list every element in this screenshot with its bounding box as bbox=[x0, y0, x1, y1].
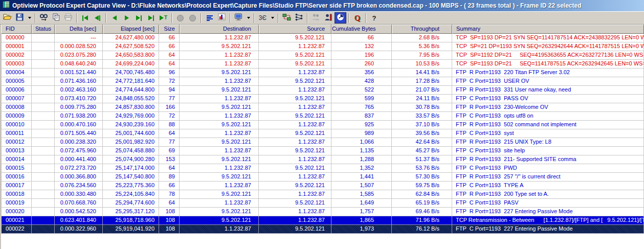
cell-source: 1.1.232.87 bbox=[259, 103, 331, 112]
stop-monitor-button[interactable] bbox=[187, 12, 198, 24]
table-row-000007[interactable]: 0000070.073.410.72024,848,055.520771.1.2… bbox=[1, 95, 644, 103]
goto-first-frame-button[interactable] bbox=[79, 12, 91, 24]
next-marked-button[interactable] bbox=[133, 12, 145, 24]
cell-source: 9.5.202.121 bbox=[259, 225, 331, 234]
sequence-view-button[interactable] bbox=[293, 12, 305, 24]
table-row-000021[interactable]: 0000210.623.401.84025,918,718.9601089.5.… bbox=[1, 216, 644, 225]
table-row-000013[interactable]: 0000130.072.475.96025,074,458.880691.1.2… bbox=[1, 147, 644, 155]
save-dropdown-button[interactable] bbox=[26, 12, 33, 24]
flow-view-button[interactable] bbox=[281, 12, 293, 24]
column-header-summary[interactable]: Summary bbox=[452, 25, 644, 34]
cell-throughput: 69.46 B/s bbox=[392, 208, 452, 216]
table-row-000000[interactable]: 000000---24,627,480.000661.1.232.879.5.2… bbox=[1, 34, 644, 42]
filter-dropdown-button[interactable] bbox=[269, 12, 276, 24]
toolbar-separator bbox=[76, 13, 77, 23]
table-row-000009[interactable]: 0000090.071.938.20024,929,769.000721.1.2… bbox=[1, 112, 644, 121]
table-row-000004[interactable]: 0000040.001.521.44024,700,745.480969.5.2… bbox=[1, 69, 644, 77]
cell-throughput: 57.30 B/s bbox=[392, 173, 452, 182]
expert-q-button[interactable]: Q bbox=[351, 12, 363, 24]
column-header-size[interactable]: Size bbox=[159, 25, 180, 34]
next-frame-button[interactable] bbox=[121, 12, 132, 24]
cell-fid: 000008 bbox=[1, 103, 32, 112]
cell-throughput: 30.78 B/s bbox=[392, 103, 452, 112]
monitor-dropdown-button[interactable] bbox=[245, 12, 252, 24]
cell-status bbox=[32, 69, 55, 77]
stop-capture-button[interactable] bbox=[174, 12, 186, 24]
column-header-cumulative[interactable]: Cumulative Bytes bbox=[331, 25, 392, 34]
timing-view-button[interactable] bbox=[335, 12, 346, 24]
cell-source: 9.5.202.121 bbox=[259, 164, 331, 173]
table-row-000010[interactable]: 0000100.000.470.16024,930,239.160889.5.2… bbox=[1, 121, 644, 129]
table-row-000003[interactable]: 0000030.048.640.24024,699,224.040641.1.2… bbox=[1, 60, 644, 69]
cell-status bbox=[32, 60, 55, 69]
table-row-000019[interactable]: 0000190.070.668.76025,294,774.600641.1.2… bbox=[1, 199, 644, 208]
column-header-source[interactable]: Source bbox=[259, 25, 331, 34]
table-row-000005[interactable]: 0000050.071.436.16024,772,181.640721.1.2… bbox=[1, 77, 644, 86]
cell-destination: 9.5.202.121 bbox=[180, 208, 259, 216]
cell-destination: 1.1.232.87 bbox=[180, 34, 259, 42]
cell-size: 69 bbox=[159, 147, 180, 155]
table-row-000001[interactable]: 0000010.000.028.52024,627,508.520669.5.2… bbox=[1, 42, 644, 51]
prev-frame-button[interactable] bbox=[108, 12, 120, 24]
goto-trigger-button[interactable]: T bbox=[158, 12, 169, 24]
help-button[interactable]: ? bbox=[368, 12, 380, 24]
find-binoculars-icon bbox=[39, 13, 49, 23]
save-button[interactable] bbox=[14, 12, 26, 24]
print-button[interactable] bbox=[62, 12, 74, 24]
frame-list-view-button[interactable] bbox=[204, 12, 215, 24]
copy-button[interactable] bbox=[50, 12, 62, 24]
goto-prev-marked-button[interactable] bbox=[92, 12, 103, 24]
monitor-view-button[interactable] bbox=[233, 12, 245, 24]
table-row-000022[interactable]: 0000220.000.322.96025,919,041.9201081.1.… bbox=[1, 225, 644, 234]
cell-size: 78 bbox=[159, 190, 180, 199]
column-header-throughput[interactable]: Throughput bbox=[392, 25, 452, 34]
capture-filter-button[interactable]: 3Є bbox=[257, 12, 269, 24]
cell-fid: 000001 bbox=[1, 42, 32, 51]
table-row-000006[interactable]: 0000060.002.463.16024,774,644.800949.5.2… bbox=[1, 86, 644, 95]
cell-size: 66 bbox=[159, 182, 180, 190]
column-header-fid[interactable]: FID bbox=[1, 25, 32, 34]
column-header-destination[interactable]: Destination bbox=[180, 25, 259, 34]
toolbar-separator bbox=[254, 13, 255, 23]
table-row-000015[interactable]: 0000150.072.273.72025,147,174.000641.1.2… bbox=[1, 164, 644, 173]
cell-delta: 0.071.436.160 bbox=[55, 77, 103, 86]
cell-summary: FTP C Port=1193 syst bbox=[452, 129, 644, 138]
find-button[interactable] bbox=[38, 12, 50, 24]
host-view-button[interactable] bbox=[322, 12, 334, 24]
cell-elapsed: 24,774,644.800 bbox=[103, 86, 159, 95]
table-row-000017[interactable]: 0000170.076.234.56025,223,775.360661.1.2… bbox=[1, 182, 644, 190]
table-row-000008[interactable]: 0000080.009.775.28024,857,830.8001669.5.… bbox=[1, 103, 644, 112]
column-header-status[interactable]: Status bbox=[32, 25, 55, 34]
cell-summary: FTP C Port=1193 opts utf8 on bbox=[452, 112, 644, 121]
cell-summary: FTP C Port=1193 PASV bbox=[452, 199, 644, 208]
cell-fid: 000007 bbox=[1, 95, 32, 103]
table-row-000018[interactable]: 0000180.000.330.48025,224,105.840789.5.2… bbox=[1, 190, 644, 199]
chart-view-button[interactable] bbox=[216, 12, 228, 24]
table-row-000012[interactable]: 0000120.000.238.32025,001,982.920779.5.2… bbox=[1, 138, 644, 147]
cell-delta: 0.076.234.560 bbox=[55, 182, 103, 190]
cell-status bbox=[32, 147, 55, 155]
cell-delta: 0.000.441.400 bbox=[55, 155, 103, 164]
open-capture-button[interactable] bbox=[2, 12, 13, 24]
cell-elapsed: 25,001,982.920 bbox=[103, 138, 159, 147]
column-header-elapsed[interactable]: Elapsed [sec] bbox=[103, 25, 159, 34]
table-row-000011[interactable]: 0000110.071.505.44025,001,744.600641.1.2… bbox=[1, 129, 644, 138]
cell-destination: 1.1.232.87 bbox=[180, 51, 259, 60]
table-row-000014[interactable]: 0000140.000.441.40025,074,900.2801539.5.… bbox=[1, 155, 644, 164]
cell-cumulative: 132 bbox=[331, 42, 392, 51]
cell-status bbox=[32, 225, 55, 234]
table-row-000002[interactable]: 0000020.023.075.28024,650,583.800641.1.2… bbox=[1, 51, 644, 60]
cell-fid: 000000 bbox=[1, 34, 32, 42]
goto-last-frame-button[interactable] bbox=[145, 12, 157, 24]
cell-status bbox=[32, 112, 55, 121]
flow-retransmit-icon bbox=[282, 13, 291, 23]
table-row-000016[interactable]: 0000160.000.366.80025,147,540.800899.5.2… bbox=[1, 173, 644, 182]
cell-fid: 000006 bbox=[1, 86, 32, 95]
conversations-button[interactable] bbox=[310, 12, 322, 24]
table-row-000020[interactable]: 0000200.000.542.52025,295,317.1201089.5.… bbox=[1, 208, 644, 216]
cell-delta: 0.072.475.960 bbox=[55, 147, 103, 155]
column-header-delta[interactable]: Delta [sec] bbox=[55, 25, 103, 34]
cell-size: 153 bbox=[159, 155, 180, 164]
cell-cumulative: 925 bbox=[331, 121, 392, 129]
cell-cumulative: 1,585 bbox=[331, 190, 392, 199]
